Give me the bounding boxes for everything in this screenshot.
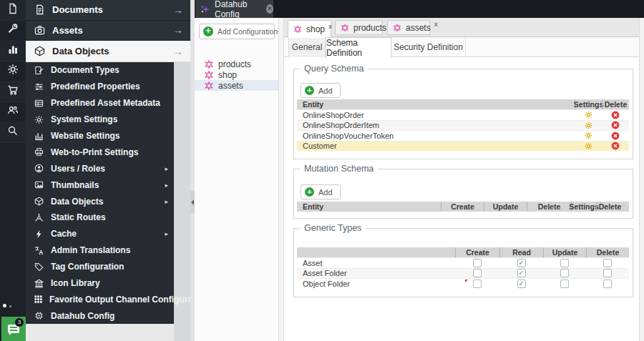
accordion-assets[interactable]: Assets → <box>26 21 190 41</box>
delete-checkbox[interactable]: ✓ <box>603 259 612 267</box>
settings-gear-icon[interactable] <box>585 132 592 139</box>
update-checkbox[interactable]: ✓ <box>560 280 569 288</box>
config-tab-assets[interactable]: assets x <box>387 20 430 35</box>
config-tab-shop[interactable]: shop x <box>288 20 331 38</box>
window-tab-datahub-config[interactable]: Datahub Config ✕ <box>195 0 273 18</box>
delete-icon[interactable] <box>611 132 620 140</box>
create-checkbox[interactable]: ✓ <box>473 259 482 267</box>
update-checkbox[interactable]: ✓ <box>560 259 569 267</box>
grid-icon <box>34 295 43 304</box>
metadata-card-icon <box>34 99 44 108</box>
create-checkbox[interactable]: ✓ <box>473 280 482 288</box>
menu-item-system-settings[interactable]: System Settings <box>26 112 174 128</box>
chip-icon <box>34 311 44 320</box>
rail-settings-button[interactable] <box>0 61 26 82</box>
data-objects-submenu: Document Types Predefined Properties Pre… <box>26 62 174 324</box>
menu-item-users-roles[interactable]: Users / Roles ▸ <box>26 160 174 177</box>
tree-item-products[interactable]: products <box>195 59 278 69</box>
search-icon <box>7 125 19 139</box>
tab-general[interactable]: General <box>288 37 326 57</box>
menu-item-cache[interactable]: Cache ▸ <box>26 226 174 242</box>
accordion-documents[interactable]: Documents → <box>26 0 190 21</box>
menu-item-datahub-config[interactable]: Datahub Config <box>26 307 174 324</box>
table-row[interactable]: OnlineShopOrder <box>297 109 629 120</box>
read-checkbox[interactable]: ✓ <box>517 280 526 288</box>
network-icon <box>34 213 44 222</box>
rail-ecommerce-button[interactable] <box>0 81 26 102</box>
printer-icon <box>34 147 44 157</box>
menu-item-document-types[interactable]: Document Types <box>26 62 174 79</box>
tree-item-assets[interactable]: assets <box>195 80 278 91</box>
rail-users-button[interactable] <box>0 102 26 123</box>
config-tab-products[interactable]: products x <box>335 20 383 35</box>
update-checkbox[interactable]: ✓ <box>560 269 569 277</box>
read-checkbox[interactable]: ✓ <box>517 259 526 267</box>
menu-item-admin-translations[interactable]: A Admin Translations <box>26 242 174 259</box>
svg-text:A: A <box>39 249 43 255</box>
submenu-arrow-icon: ▸ <box>165 165 168 172</box>
status-dot <box>3 304 6 307</box>
mutation-schema-grid: Entity Create Update Delete Settings Del… <box>297 202 629 212</box>
tree-main-splitter[interactable] <box>278 18 284 341</box>
delete-icon[interactable] <box>611 142 620 150</box>
menu-item-icon-library[interactable]: Icon Library <box>26 275 174 292</box>
tag-icon <box>34 262 44 272</box>
menu-item-favorite-output-channel-configurations[interactable]: Favorite Output Channel Configurations <box>26 291 174 307</box>
settings-gear-icon[interactable] <box>585 111 592 119</box>
fieldset-legend: Generic Types <box>300 223 366 233</box>
settings-gear-icon[interactable] <box>585 122 592 129</box>
table-row[interactable]: Asset Folder ✓ ✓ ✓ ✓ <box>297 268 629 279</box>
user-icon <box>34 164 44 173</box>
delete-checkbox[interactable]: ✓ <box>603 280 612 288</box>
cart-icon <box>7 84 19 99</box>
camera-icon <box>34 25 47 36</box>
table-row-selected[interactable]: Customer <box>297 141 629 152</box>
table-row[interactable]: OnlineShopVoucherToken <box>297 130 629 141</box>
menu-item-static-routes[interactable]: Static Routes <box>26 209 174 226</box>
table-row[interactable]: OnlineShopOrderItem <box>297 120 629 131</box>
wrench-icon <box>7 23 19 37</box>
tab-security-definition[interactable]: Security Definition <box>391 37 466 57</box>
add-configuration-button[interactable]: + Add Configuration ▾ <box>199 24 275 39</box>
graphql-icon <box>205 60 213 69</box>
tab-schema-definition[interactable]: Schema Definition <box>326 37 391 58</box>
grid-header: Create Read Update Delete <box>297 247 629 257</box>
mutation-schema-add-button[interactable]: + Add <box>301 184 341 199</box>
generic-types-fieldset: Generic Types Create Read Update Delete … <box>293 228 633 297</box>
close-icon[interactable]: x <box>328 23 332 30</box>
create-checkbox[interactable]: ✓ <box>473 269 482 277</box>
query-schema-add-button[interactable]: + Add <box>301 83 341 98</box>
close-icon[interactable]: ✕ <box>266 4 273 14</box>
cube-icon <box>34 197 44 206</box>
graphql-icon <box>341 24 349 32</box>
menu-item-tag-configuration[interactable]: Tag Configuration <box>26 259 174 275</box>
website-settings-icon <box>34 132 44 141</box>
menu-item-web-to-print-settings[interactable]: Web-to-Print Settings <box>26 144 174 160</box>
rail-search-button[interactable] <box>0 122 26 143</box>
accordion-data-objects[interactable]: Data Objects → <box>26 41 190 62</box>
tree-item-shop[interactable]: shop <box>195 69 278 80</box>
rail-tools-button[interactable] <box>0 21 26 41</box>
read-checkbox[interactable]: ✓ <box>517 269 526 277</box>
delete-icon[interactable] <box>611 121 620 129</box>
icon-rail <box>0 0 26 341</box>
table-row[interactable]: Asset ✓ ✓ ✓ ✓ <box>297 257 629 268</box>
file-icon <box>7 3 19 17</box>
menu-item-data-objects[interactable]: Data Objects ▸ <box>26 193 174 209</box>
rail-file-button[interactable] <box>0 0 26 21</box>
feedback-chat-button[interactable]: 3 <box>1 317 26 341</box>
bank-icon <box>34 279 44 288</box>
plus-icon: + <box>305 86 314 95</box>
menu-item-thumbnails[interactable]: Thumbnails ▸ <box>26 177 174 193</box>
menu-item-website-settings[interactable]: Website Settings <box>26 128 174 144</box>
menu-item-predefined-asset-metadata[interactable]: Predefined Asset Metadata <box>26 95 174 112</box>
table-row[interactable]: Object Folder ✓ ✓ ✓ ✓ <box>297 278 629 289</box>
delete-icon[interactable] <box>611 111 620 119</box>
delete-checkbox[interactable]: ✓ <box>603 269 612 277</box>
close-icon[interactable]: x <box>434 21 438 28</box>
expand-arrow-icon: → <box>173 4 183 16</box>
rail-reports-button[interactable] <box>0 41 26 61</box>
menu-item-predefined-properties[interactable]: Predefined Properties <box>26 79 174 95</box>
bolt-icon <box>34 229 44 239</box>
settings-gear-icon[interactable] <box>585 142 592 150</box>
